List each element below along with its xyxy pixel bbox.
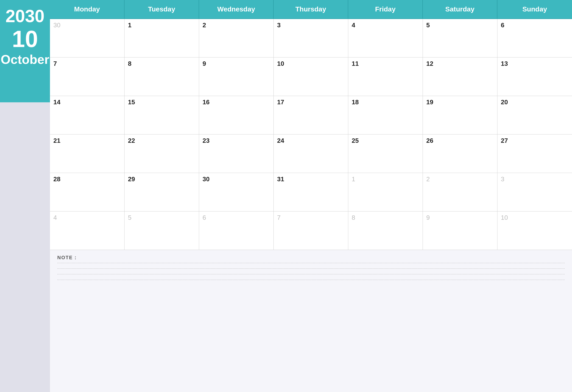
- day-cell[interactable]: 9: [423, 211, 497, 250]
- day-cell[interactable]: 9: [199, 58, 274, 96]
- day-cell[interactable]: 4: [50, 211, 125, 250]
- day-number: 13: [501, 60, 569, 67]
- day-number: 22: [128, 137, 195, 144]
- day-number: 1: [352, 175, 419, 183]
- notes-line-2: [57, 268, 565, 269]
- sidebar-month-number: 10: [12, 27, 38, 51]
- day-number: 26: [426, 137, 494, 144]
- day-number: 9: [426, 214, 494, 221]
- day-cell[interactable]: 14: [50, 96, 125, 135]
- sidebar-month-name: October: [1, 53, 49, 66]
- day-cell[interactable]: 31: [274, 173, 348, 211]
- main-area: MondayTuesdayWednesdayThursdayFridaySatu…: [50, 0, 572, 392]
- day-cell[interactable]: 7: [50, 58, 125, 96]
- day-number: 2: [203, 21, 270, 29]
- day-cell[interactable]: 23: [199, 135, 274, 173]
- day-number: 21: [53, 137, 121, 144]
- day-number: 5: [426, 21, 494, 29]
- header-cell-thursday: Thursday: [274, 0, 348, 19]
- day-number: 30: [203, 175, 270, 183]
- day-cell[interactable]: 30: [50, 19, 125, 58]
- day-number: 10: [277, 60, 345, 67]
- day-number: 6: [501, 21, 569, 29]
- calendar-wrapper: 2030 10 October MondayTuesdayWednesdayTh…: [0, 0, 572, 392]
- day-number: 17: [277, 98, 345, 106]
- header-cell-saturday: Saturday: [423, 0, 497, 19]
- day-number: 28: [53, 175, 121, 183]
- day-cell[interactable]: 13: [497, 58, 572, 96]
- day-cell[interactable]: 1: [125, 19, 199, 58]
- day-number: 19: [426, 98, 494, 106]
- header-cell-friday: Friday: [348, 0, 423, 19]
- days-grid: 3012345678910111213141516171819202122232…: [50, 19, 572, 250]
- header-cell-monday: Monday: [50, 0, 125, 19]
- day-cell[interactable]: 1: [348, 173, 423, 211]
- day-number: 31: [277, 175, 345, 183]
- day-cell[interactable]: 22: [125, 135, 199, 173]
- day-number: 30: [53, 21, 121, 29]
- day-number: 8: [128, 60, 195, 67]
- day-number: 3: [501, 175, 569, 183]
- day-cell[interactable]: 8: [348, 211, 423, 250]
- day-number: 7: [53, 60, 121, 67]
- calendar-header: MondayTuesdayWednesdayThursdayFridaySatu…: [50, 0, 572, 19]
- day-number: 15: [128, 98, 195, 106]
- day-cell[interactable]: 15: [125, 96, 199, 135]
- sidebar: 2030 10 October: [0, 0, 50, 392]
- day-cell[interactable]: 4: [348, 19, 423, 58]
- day-cell[interactable]: 3: [497, 173, 572, 211]
- day-cell[interactable]: 6: [199, 211, 274, 250]
- day-cell[interactable]: 5: [423, 19, 497, 58]
- day-cell[interactable]: 11: [348, 58, 423, 96]
- day-number: 5: [128, 214, 195, 221]
- notes-label: NOTE :: [57, 255, 565, 260]
- day-cell[interactable]: 20: [497, 96, 572, 135]
- day-number: 11: [352, 60, 419, 67]
- day-cell[interactable]: 19: [423, 96, 497, 135]
- day-number: 10: [501, 214, 569, 221]
- day-number: 1: [128, 21, 195, 29]
- day-cell[interactable]: 26: [423, 135, 497, 173]
- day-cell[interactable]: 16: [199, 96, 274, 135]
- day-cell[interactable]: 3: [274, 19, 348, 58]
- day-cell[interactable]: 28: [50, 173, 125, 211]
- day-number: 9: [203, 60, 270, 67]
- day-number: 7: [277, 214, 345, 221]
- day-number: 29: [128, 175, 195, 183]
- day-number: 3: [277, 21, 345, 29]
- day-cell[interactable]: 2: [423, 173, 497, 211]
- header-cell-sunday: Sunday: [497, 0, 572, 19]
- day-cell[interactable]: 18: [348, 96, 423, 135]
- notes-line-4: [57, 280, 565, 280]
- notes-line-1: [57, 263, 565, 263]
- day-cell[interactable]: 10: [497, 211, 572, 250]
- day-cell[interactable]: 30: [199, 173, 274, 211]
- day-number: 8: [352, 214, 419, 221]
- day-cell[interactable]: 17: [274, 96, 348, 135]
- day-number: 12: [426, 60, 494, 67]
- day-cell[interactable]: 10: [274, 58, 348, 96]
- header-cell-wednesday: Wednesday: [199, 0, 274, 19]
- notes-section: NOTE :: [50, 250, 572, 293]
- day-number: 23: [203, 137, 270, 144]
- day-number: 18: [352, 98, 419, 106]
- day-cell[interactable]: 12: [423, 58, 497, 96]
- sidebar-year: 2030: [5, 7, 44, 25]
- day-number: 25: [352, 137, 419, 144]
- day-number: 24: [277, 137, 345, 144]
- day-cell[interactable]: 24: [274, 135, 348, 173]
- day-number: 20: [501, 98, 569, 106]
- day-cell[interactable]: 8: [125, 58, 199, 96]
- day-number: 4: [53, 214, 121, 221]
- day-number: 6: [203, 214, 270, 221]
- day-cell[interactable]: 5: [125, 211, 199, 250]
- day-cell[interactable]: 29: [125, 173, 199, 211]
- header-cell-tuesday: Tuesday: [125, 0, 199, 19]
- day-cell[interactable]: 2: [199, 19, 274, 58]
- day-cell[interactable]: 27: [497, 135, 572, 173]
- day-number: 14: [53, 98, 121, 106]
- day-cell[interactable]: 6: [497, 19, 572, 58]
- day-cell[interactable]: 25: [348, 135, 423, 173]
- day-cell[interactable]: 21: [50, 135, 125, 173]
- day-cell[interactable]: 7: [274, 211, 348, 250]
